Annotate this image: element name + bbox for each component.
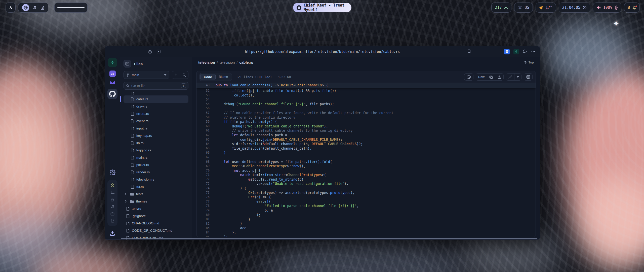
workspace-indicator[interactable] [54, 3, 88, 13]
music-app-button[interactable] [33, 6, 37, 10]
line-number[interactable]: 82 [196, 222, 216, 226]
download-raw-button[interactable] [495, 74, 503, 80]
back-to-top-link[interactable]: Top [524, 60, 534, 64]
tree-item-.gitignore[interactable]: .gitignore [124, 212, 188, 220]
code-viewer[interactable]: 43pub fn load_cable_channels() -> Result… [196, 83, 536, 237]
line-number[interactable]: 60 [196, 124, 216, 129]
line-number[interactable]: 80 [196, 213, 216, 217]
tree-item-errors.rs[interactable]: errors.rs [124, 110, 188, 117]
tree-item-input.rs[interactable]: input.rs [124, 125, 188, 132]
tree-item-partial[interactable] [124, 92, 188, 95]
media-player-widget[interactable]: Chief Keef - Treat Myself [293, 3, 351, 12]
line-number[interactable]: 76 [196, 195, 216, 199]
line-number[interactable]: 73 [196, 182, 216, 186]
briefcase-workspace-icon[interactable] [110, 212, 114, 216]
tree-item-logging.rs[interactable]: logging.rs [124, 147, 188, 154]
tree-item-CHANGELOG.md[interactable]: CHANGELOG.md [124, 220, 188, 227]
tree-item-tui.rs[interactable]: tui.rs [124, 183, 188, 190]
pinned-tab-calendar[interactable]: 31 [109, 71, 116, 77]
line-number[interactable]: 43 [196, 83, 216, 88]
url-bar[interactable]: https://github.com/alexpasmantier/televi… [245, 50, 400, 54]
line-number[interactable]: 58 [196, 115, 216, 120]
collapse-file-tree-button[interactable] [124, 60, 131, 67]
tree-item-main.rs[interactable]: main.rs [124, 154, 188, 161]
workspace-gear-icon[interactable] [110, 169, 115, 175]
line-number[interactable]: 64 [196, 142, 216, 146]
horizontal-scrollbar[interactable] [121, 238, 537, 239]
breadcrumb-repo-link[interactable]: television [198, 60, 215, 64]
line-number[interactable]: 62 [196, 133, 216, 138]
lightning-extension-icon[interactable] [513, 49, 519, 54]
line-number[interactable]: 81 [196, 217, 216, 222]
line-number[interactable]: 77 [196, 199, 216, 204]
tree-item-picker.rs[interactable]: picker.rs [124, 161, 188, 168]
line-number[interactable]: 65 [196, 146, 216, 151]
new-file-button[interactable] [172, 71, 180, 79]
browser-app-button[interactable] [22, 4, 29, 11]
line-number[interactable]: 68 [196, 160, 216, 164]
tree-item-keymap.rs[interactable]: keymap.rs [124, 132, 188, 139]
tree-item-lib.rs[interactable]: lib.rs [124, 139, 188, 147]
line-number[interactable]: 85 [196, 235, 216, 237]
lock-icon[interactable] [148, 49, 152, 54]
bookmark-icon[interactable] [467, 49, 471, 54]
tree-item-draw.rs[interactable]: draw.rs [124, 103, 188, 110]
notifications-widget[interactable]: 8 [624, 3, 640, 13]
line-number[interactable]: 75 [196, 191, 216, 195]
line-number[interactable]: 66 [196, 151, 216, 155]
keyboard-layout-widget[interactable]: US [514, 3, 533, 13]
tab-code[interactable]: Code [200, 74, 216, 80]
line-number[interactable]: 56 [196, 106, 216, 111]
menu-ellipsis-icon[interactable] [531, 49, 535, 54]
tree-item-tests[interactable]: tests [124, 190, 188, 198]
puzzle-icon[interactable] [523, 49, 527, 54]
line-number[interactable]: 78 [196, 204, 216, 208]
branch-selector[interactable]: main [124, 71, 169, 79]
line-number[interactable]: 67 [196, 155, 216, 160]
line-number[interactable]: 70 [196, 168, 216, 173]
edit-options-caret[interactable] [514, 74, 521, 80]
tree-item-themes[interactable]: themes [124, 198, 188, 205]
tree-item-cable.rs[interactable]: cable.rs [124, 95, 188, 103]
copy-raw-button[interactable] [487, 74, 495, 80]
copilot-button[interactable] [464, 73, 473, 81]
password-manager-extension-icon[interactable] [504, 49, 510, 54]
launcher-button[interactable] [6, 3, 16, 13]
line-number[interactable]: 71 [196, 173, 216, 177]
line-number[interactable]: 53 [196, 93, 216, 98]
line-number[interactable]: 72 [196, 177, 216, 182]
tree-item-.envrc[interactable]: .envrc [124, 205, 188, 212]
symbols-panel-button[interactable] [524, 73, 533, 81]
lock-workspace-icon[interactable] [111, 197, 114, 201]
audio-widget[interactable]: 100% [593, 3, 621, 13]
line-number[interactable]: 83 [196, 226, 216, 230]
tab-github-active[interactable] [107, 89, 117, 99]
line-number[interactable]: 69 [196, 164, 216, 168]
line-number[interactable]: 54 [196, 97, 216, 102]
clock-widget[interactable]: 21:04:05 [559, 3, 590, 13]
line-number[interactable]: 61 [196, 128, 216, 133]
downloads-icon[interactable] [110, 230, 115, 236]
line-number[interactable]: 55 [196, 102, 216, 107]
permissions-icon[interactable] [156, 49, 161, 54]
line-number[interactable]: 74 [196, 186, 216, 191]
pinned-tab-lightning[interactable] [108, 58, 117, 67]
packages-widget[interactable]: 217 [491, 3, 511, 13]
go-to-file-input[interactable]: Go to file t [124, 82, 188, 90]
tree-item-event.rs[interactable]: event.rs [124, 117, 188, 125]
breadcrumb-dir-link[interactable]: television [220, 60, 235, 64]
tree-item-render.rs[interactable]: render.rs [124, 168, 188, 176]
music-workspace-icon[interactable] [111, 205, 114, 209]
search-tree-button[interactable] [180, 71, 188, 79]
edit-file-button[interactable] [506, 74, 514, 80]
tab-blame[interactable]: Blame [216, 74, 231, 80]
line-number[interactable]: 57 [196, 111, 216, 115]
tree-item-CODE_OF_CONDUCT.md[interactable]: CODE_OF_CONDUCT.md [124, 227, 188, 234]
weather-widget[interactable]: 17° [536, 3, 556, 13]
notes-app-button[interactable] [41, 6, 44, 10]
line-number[interactable]: 79 [196, 208, 216, 213]
tree-item-television.rs[interactable]: television.rs [124, 176, 188, 183]
line-number[interactable]: 84 [196, 230, 216, 235]
notebook-workspace-icon[interactable] [111, 219, 114, 223]
raw-button[interactable]: Raw [476, 74, 487, 80]
